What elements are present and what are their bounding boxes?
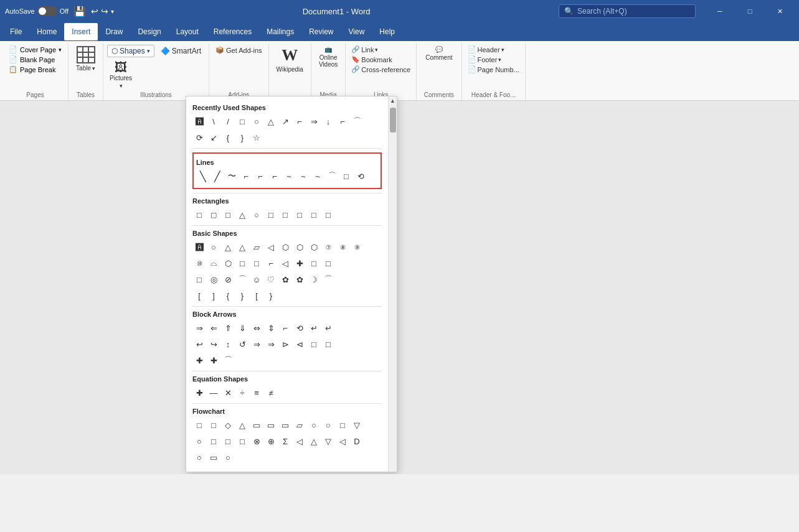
- bs-hex1[interactable]: ⬡: [278, 240, 292, 254]
- bs-brace1[interactable]: {: [221, 289, 235, 302]
- save-icon[interactable]: 💾: [73, 6, 86, 17]
- rect-rounded[interactable]: ▢: [207, 208, 220, 222]
- fc-prep[interactable]: □: [336, 418, 349, 432]
- line-angle3[interactable]: ⌐: [268, 169, 281, 183]
- page-number-button[interactable]: 📄 Page Numb...: [466, 65, 521, 74]
- shape-arc[interactable]: ⌒: [350, 114, 364, 128]
- ba-up[interactable]: ⇑: [221, 321, 235, 335]
- eq-div[interactable]: ÷: [235, 386, 249, 399]
- fc-process[interactable]: □: [192, 418, 206, 432]
- shape-bracket-1[interactable]: ⌐: [293, 114, 306, 128]
- shape-star[interactable]: ☆: [250, 131, 263, 144]
- bs-corner[interactable]: ⌐: [264, 256, 278, 270]
- ba-corner1[interactable]: ⌐: [278, 321, 292, 335]
- autosave-badge[interactable]: AutoSave Off: [5, 6, 69, 16]
- shapes-panel-scrollbar[interactable]: ▲: [388, 96, 397, 472]
- autosave-toggle[interactable]: [37, 6, 57, 16]
- ba-tri1[interactable]: ⊳: [278, 337, 292, 351]
- line-curve[interactable]: 〜: [225, 169, 239, 183]
- ba-chev1[interactable]: ⇒: [264, 337, 278, 351]
- ba-bend2[interactable]: ↵: [321, 321, 335, 335]
- shape-line-2[interactable]: /: [221, 114, 235, 128]
- bs-num10[interactable]: ⑩: [192, 256, 206, 270]
- cover-page-button[interactable]: 📄 Cover Page ▾: [6, 45, 64, 54]
- fc-internal[interactable]: ▭: [278, 418, 292, 432]
- bs-num7[interactable]: ⑦: [321, 240, 335, 254]
- fc-direct-acc[interactable]: ▭: [207, 450, 220, 464]
- eq-equal[interactable]: ≡: [250, 386, 263, 399]
- line-angle1[interactable]: ⌐: [239, 169, 253, 183]
- menu-item-review[interactable]: Review: [301, 23, 341, 40]
- ba-circ[interactable]: ↺: [235, 337, 249, 351]
- line-squiggle2[interactable]: ~: [296, 169, 310, 183]
- bookmark-button[interactable]: 🔖 Bookmark: [349, 55, 412, 64]
- bs-donut[interactable]: ◎: [207, 273, 220, 286]
- fc-collate[interactable]: Σ: [278, 434, 292, 448]
- ba-right[interactable]: ⇒: [192, 321, 206, 335]
- bs-tri1[interactable]: △: [221, 240, 235, 254]
- line-squiggle1[interactable]: ~: [282, 169, 296, 183]
- shape-text-box[interactable]: 🅰: [192, 114, 206, 128]
- bs-cylinder[interactable]: □: [321, 256, 335, 270]
- menu-item-insert[interactable]: Insert: [64, 23, 98, 40]
- line-arc[interactable]: ⌒: [325, 169, 339, 183]
- bs-beam[interactable]: ◁: [278, 256, 292, 270]
- shape-arrow-right[interactable]: ⇒: [307, 114, 321, 128]
- bs-no[interactable]: ⊘: [221, 273, 235, 286]
- bs-moon[interactable]: ☽: [307, 273, 321, 286]
- bs-circle[interactable]: ○: [207, 240, 220, 254]
- fc-alt[interactable]: □: [207, 418, 220, 432]
- shape-rect[interactable]: □: [235, 114, 249, 128]
- menu-item-references[interactable]: References: [206, 23, 259, 40]
- shape-brace-l[interactable]: {: [221, 131, 235, 144]
- ba-tri2[interactable]: ⊲: [293, 337, 306, 351]
- line-straight[interactable]: ╲: [196, 169, 210, 183]
- wikipedia-button[interactable]: W Wikipedia: [273, 45, 307, 74]
- shape-brace-r[interactable]: }: [235, 131, 249, 144]
- fc-extract[interactable]: △: [307, 434, 321, 448]
- eq-minus[interactable]: —: [207, 386, 220, 399]
- rect-v4[interactable]: □: [307, 208, 321, 222]
- fc-sort[interactable]: ◁: [293, 434, 306, 448]
- ba-quad2[interactable]: ✚: [207, 353, 220, 367]
- line-freehand[interactable]: □: [339, 169, 353, 183]
- fc-manual[interactable]: ▽: [350, 418, 364, 432]
- shape-corner[interactable]: ⌐: [336, 114, 349, 128]
- shape-curve[interactable]: ↙: [207, 131, 220, 144]
- footer-button[interactable]: 📄 Footer ▾: [466, 55, 521, 64]
- bs-tri2[interactable]: △: [235, 240, 249, 254]
- rect-basic[interactable]: □: [192, 208, 206, 222]
- fc-connector[interactable]: □: [207, 434, 220, 448]
- online-videos-button[interactable]: 📺 OnlineVideos: [315, 45, 341, 69]
- fc-delay[interactable]: D: [350, 434, 364, 448]
- bs-smiley[interactable]: ☺: [250, 273, 263, 286]
- bs-brack2[interactable]: ]: [207, 289, 220, 302]
- rect-v5[interactable]: □: [321, 208, 335, 222]
- shapes-button[interactable]: ⬡ Shapes ▾: [107, 45, 154, 57]
- shape-arrow-1[interactable]: ↗: [278, 114, 292, 128]
- get-addins-button[interactable]: 📦 Get Add-ins: [213, 45, 264, 55]
- fc-spool[interactable]: △: [235, 418, 249, 432]
- ba-left[interactable]: ⇐: [207, 321, 220, 335]
- cross-reference-button[interactable]: 🔗 Cross-reference: [349, 65, 412, 74]
- bs-square2[interactable]: □: [192, 273, 206, 286]
- menu-item-file[interactable]: File: [2, 23, 29, 40]
- ba-fwd[interactable]: ↪: [207, 337, 220, 351]
- scroll-thumb[interactable]: [390, 108, 396, 133]
- bs-brack1[interactable]: [: [192, 289, 206, 302]
- bs-plus[interactable]: ✚: [293, 256, 306, 270]
- fc-document[interactable]: ▱: [293, 418, 306, 432]
- rect-snipped[interactable]: □: [221, 208, 235, 222]
- line-diagonal[interactable]: ╱: [210, 169, 224, 183]
- shape-freeform[interactable]: ⟳: [192, 131, 206, 144]
- ba-quad3[interactable]: ⌒: [221, 353, 235, 367]
- bs-para[interactable]: ▱: [250, 240, 263, 254]
- bs-wavy[interactable]: ⌒: [235, 273, 249, 286]
- smartart-button[interactable]: 🔷 SmartArt: [157, 45, 205, 57]
- comment-button[interactable]: 💬 Comment: [420, 45, 457, 62]
- menu-item-view[interactable]: View: [341, 23, 372, 40]
- bs-rtri[interactable]: ◁: [264, 240, 278, 254]
- ba-ud[interactable]: ⇕: [264, 321, 278, 335]
- ba-strip1[interactable]: □: [307, 337, 321, 351]
- bs-hex2[interactable]: ⬡: [293, 240, 306, 254]
